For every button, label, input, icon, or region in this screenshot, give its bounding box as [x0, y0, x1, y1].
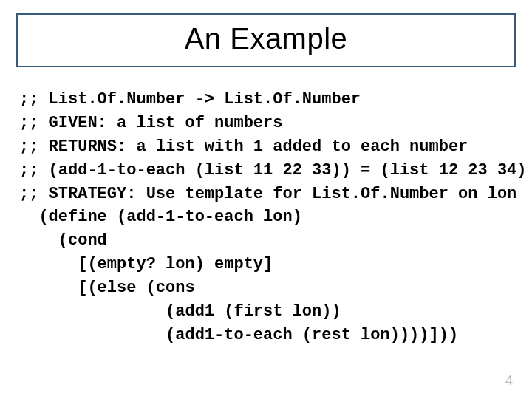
code-line: (add1 (first lon)) — [19, 300, 516, 324]
code-line: (add1-to-each (rest lon))))])) — [19, 324, 516, 347]
title-box: An Example — [16, 13, 516, 67]
code-block: ;; List.Of.Number -> List.Of.Number;; GI… — [16, 88, 516, 347]
code-line: (cond — [19, 229, 516, 253]
slide: An Example ;; List.Of.Number -> List.Of.… — [0, 0, 532, 399]
code-line: ;; STRATEGY: Use template for List.Of.Nu… — [19, 183, 516, 206]
slide-title: An Example — [18, 22, 514, 55]
code-line: ;; RETURNS: a list with 1 added to each … — [19, 135, 516, 159]
code-line: ;; List.Of.Number -> List.Of.Number — [19, 88, 516, 112]
code-line: [(else (cons — [19, 276, 516, 300]
code-line: ;; GIVEN: a list of numbers — [19, 112, 516, 135]
code-line: [(empty? lon) empty] — [19, 253, 516, 276]
code-line: ;; (add-1-to-each (list 11 22 33)) = (li… — [19, 159, 516, 183]
page-number: 4 — [505, 373, 513, 389]
code-line: (define (add-1-to-each lon) — [19, 205, 516, 229]
